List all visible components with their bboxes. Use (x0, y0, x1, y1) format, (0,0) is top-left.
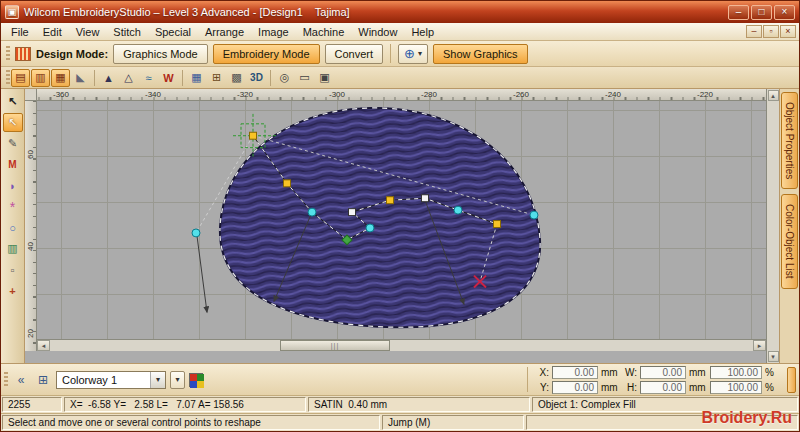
w-field[interactable]: 0.00 (640, 366, 686, 379)
menu-arrange[interactable]: Arrange (198, 25, 251, 39)
h-unit: mm (689, 382, 707, 393)
density-down-icon[interactable]: △ (119, 69, 138, 87)
reshape-tool-icon[interactable]: ↖ (3, 113, 23, 132)
column-tool-icon[interactable]: ▥ (3, 239, 23, 258)
tool-palette: ↖ ↖ ✎ M ◗ * ○ ▥ ▫ + (1, 89, 25, 363)
hoop-icon[interactable]: ⊞ (207, 69, 226, 87)
needle-points-icon[interactable]: ▦ (51, 69, 70, 87)
stitch-list-icon[interactable]: W (159, 69, 178, 87)
run-stitch-tool-icon[interactable]: M (3, 155, 23, 174)
measure-icon[interactable]: ▭ (295, 69, 314, 87)
docked-toolbar-grip[interactable] (787, 367, 796, 393)
close-button[interactable]: × (774, 5, 795, 20)
add-node-tool-icon[interactable]: + (3, 281, 23, 300)
chevron-down-icon[interactable]: ▾ (150, 372, 165, 388)
embroidery-canvas[interactable]: ◂ ||| ▸ (37, 101, 766, 351)
h-label: H: (622, 382, 637, 393)
menu-help[interactable]: Help (404, 25, 441, 39)
mdi-minimize-button[interactable]: – (746, 25, 762, 38)
select-tool-icon[interactable]: ↖ (3, 92, 23, 111)
ruler-ticks (37, 97, 766, 100)
hint-bar: Select and move one or several control p… (1, 413, 799, 431)
connectors-icon[interactable]: ◣ (71, 69, 90, 87)
status-bar: 2255 X= -6.58 Y= 2.58 L= 7.07 A= 158.56 … (1, 395, 799, 413)
menu-edit[interactable]: Edit (36, 25, 69, 39)
mdi-restore-button[interactable]: ▫ (763, 25, 779, 38)
w-label: W: (622, 367, 637, 378)
position-size-fields: X: 0.00 mm W: 0.00 mm 100.00 % Y: 0.00 m… (534, 366, 783, 394)
embroidery-canvas-icon (15, 47, 31, 61)
pointer-position: X= -6.58 Y= 2.58 L= 7.07 A= 158.56 (64, 397, 306, 412)
menu-special[interactable]: Special (148, 25, 198, 39)
y-field[interactable]: 0.00 (552, 381, 598, 394)
ruler-ticks (33, 101, 36, 351)
embroidery-mode-button[interactable]: Embroidery Mode (213, 44, 320, 64)
colorway-value: Colorway 1 (62, 374, 117, 386)
current-mode: Jump (M) (382, 415, 524, 430)
w-unit: mm (689, 367, 707, 378)
x-field[interactable]: 0.00 (552, 366, 598, 379)
slow-redraw-icon[interactable]: ≈ (139, 69, 158, 87)
h-field[interactable]: 0.00 (640, 381, 686, 394)
3d-view-icon[interactable]: 3D (247, 69, 266, 87)
menu-stitch[interactable]: Stitch (106, 25, 148, 39)
mdi-window-controls: – ▫ × (746, 25, 796, 38)
menu-file[interactable]: File (4, 25, 36, 39)
machine-format-button[interactable]: ⊕ ▾ (398, 44, 428, 64)
tab-object-properties[interactable]: Object Properties (781, 92, 798, 189)
circle-tool-icon[interactable]: ○ (3, 218, 23, 237)
star-tool-icon[interactable]: * (3, 197, 23, 216)
toolbar-grip[interactable] (4, 372, 8, 388)
curve-point (366, 224, 374, 232)
toolbar-grip[interactable] (6, 46, 10, 62)
scroll-right-button[interactable]: ▸ (753, 340, 766, 351)
horizontal-scrollbar[interactable]: ◂ ||| ▸ (37, 339, 766, 351)
color-swatch (190, 374, 197, 381)
show-graphics-button[interactable]: Show Graphics (433, 44, 528, 64)
pen-tool-icon[interactable]: ✎ (3, 134, 23, 153)
background-icon[interactable]: ▣ (315, 69, 334, 87)
outline-tool-icon[interactable]: ▫ (3, 260, 23, 279)
colorways-icon[interactable] (189, 373, 203, 387)
tab-color-object-list[interactable]: Color-Object List (781, 194, 798, 288)
convert-button[interactable]: Convert (325, 44, 384, 64)
coord-row-top: X: 0.00 mm W: 0.00 mm 100.00 % (534, 366, 783, 379)
stitches-view-icon[interactable]: ▤ (11, 69, 30, 87)
colorway-toolbar: « ⊞ Colorway 1 ▾ ▾ X: 0.00 mm W: 0.00 mm… (1, 363, 799, 395)
scroll-up-button[interactable]: ▴ (768, 90, 779, 101)
coord-row-bottom: Y: 0.00 mm H: 0.00 mm 100.00 % (534, 381, 783, 394)
zoom-icon[interactable]: ◎ (275, 69, 294, 87)
minimize-button[interactable]: – (728, 5, 749, 20)
outlines-view-icon[interactable]: ▥ (31, 69, 50, 87)
overview-window-icon[interactable]: ▩ (227, 69, 246, 87)
corner-point (387, 197, 394, 204)
scale-x-field[interactable]: 100.00 (710, 366, 762, 379)
title-bar: ▣ Wilcom EmbroideryStudio – Level 3 Adva… (1, 1, 799, 23)
grid-toggle-icon[interactable]: ▦ (187, 69, 206, 87)
colorway-menu-button[interactable]: ▾ (170, 371, 185, 389)
menu-machine[interactable]: Machine (296, 25, 352, 39)
vertical-scrollbar[interactable]: ▴ ▾ (766, 89, 779, 363)
curve-point (308, 208, 316, 216)
travel-start-icon[interactable]: « (12, 371, 30, 389)
toolbar-grip[interactable] (6, 70, 10, 86)
scroll-down-button[interactable]: ▾ (768, 351, 779, 362)
menu-window[interactable]: Window (351, 25, 404, 39)
travel-grid-icon[interactable]: ⊞ (34, 371, 52, 389)
menu-view[interactable]: View (69, 25, 107, 39)
scroll-left-button[interactable]: ◂ (37, 340, 50, 351)
satin-tool-icon[interactable]: ◗ (3, 176, 23, 195)
embroidery-design-svg[interactable] (37, 101, 766, 351)
scrollbar-thumb[interactable]: ||| (280, 340, 390, 351)
menu-image[interactable]: Image (251, 25, 296, 39)
workspace: ↖ ↖ ✎ M ◗ * ○ ▥ ▫ + -360 -340 -320 -300 … (1, 89, 799, 363)
density-up-icon[interactable]: ▲ (99, 69, 118, 87)
colorway-select[interactable]: Colorway 1 ▾ (56, 371, 166, 389)
horizontal-ruler: -360 -340 -320 -300 -280 -260 -240 -220 (37, 89, 766, 101)
mdi-close-button[interactable]: × (780, 25, 796, 38)
graphics-mode-button[interactable]: Graphics Mode (113, 44, 208, 64)
maximize-button[interactable]: □ (751, 5, 772, 20)
window-controls: – □ × (728, 5, 795, 20)
globe-icon: ⊕ (404, 46, 415, 61)
scale-y-field[interactable]: 100.00 (710, 381, 762, 394)
